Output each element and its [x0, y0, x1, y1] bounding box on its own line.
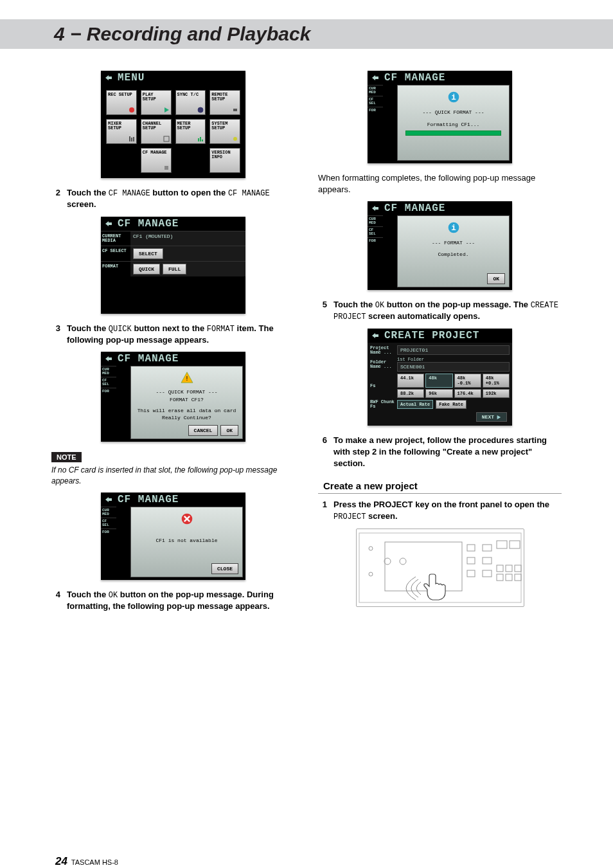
- svg-rect-34: [497, 574, 503, 581]
- menu-remote-setup[interactable]: REMOTE SETUP: [209, 90, 240, 115]
- screenshot-menu: MENU REC SETUP PLAY SETUP SYNC T/C REMOT…: [101, 71, 245, 178]
- warning-icon: !: [135, 372, 238, 386]
- menu-mixer-setup[interactable]: MIXER SETUP: [106, 119, 137, 144]
- menu-rec-setup[interactable]: REC SETUP: [106, 90, 137, 115]
- svg-rect-25: [467, 570, 475, 577]
- section-header: 4 − Recording and Playback: [0, 19, 613, 49]
- bwf-fake[interactable]: Fake Rate: [436, 400, 466, 409]
- screenshot-not-available: CF MANAGE CUR MEDCF SELFOR CF1 is not av…: [101, 493, 245, 580]
- svg-point-20: [369, 572, 373, 576]
- svg-rect-5: [164, 136, 169, 141]
- ok-button[interactable]: OK: [487, 273, 505, 284]
- svg-rect-23: [467, 545, 475, 551]
- svg-point-19: [369, 547, 373, 550]
- screenshot-completed: CF MANAGE CUR MEDCF SELFOR i --- FORMAT …: [368, 201, 512, 290]
- quick-format-popup: ! --- QUICK FORMAT --- FORMAT CF1? This …: [130, 366, 243, 439]
- meter-icon: [197, 136, 204, 142]
- step-6: 6 To make a new project, follow the proc…: [318, 435, 562, 469]
- svg-rect-6: [198, 138, 199, 141]
- left-column: MENU REC SETUP PLAY SETUP SYNC T/C REMOT…: [51, 66, 295, 619]
- svg-text:!: !: [184, 375, 188, 383]
- step-2: 2 Touch the CF MANAGE button to open the…: [51, 187, 295, 210]
- folder-name-field[interactable]: SCENE001: [397, 362, 510, 372]
- channel-icon: [163, 136, 170, 142]
- quick-button[interactable]: QUICK: [133, 264, 160, 275]
- menu-meter-setup[interactable]: METER SETUP: [175, 119, 206, 144]
- svg-rect-4: [133, 137, 134, 141]
- svg-rect-7: [200, 137, 201, 141]
- info-icon: i: [402, 221, 505, 237]
- svg-rect-31: [497, 565, 503, 572]
- error-icon: [135, 512, 238, 528]
- back-icon: [103, 73, 114, 82]
- svg-rect-18: [385, 542, 462, 591]
- next-button[interactable]: NEXT: [476, 412, 507, 422]
- svg-rect-29: [497, 541, 507, 548]
- fs-48k-minus[interactable]: 48k -0.1%: [454, 374, 481, 388]
- cancel-button[interactable]: CANCEL: [188, 425, 218, 436]
- screenshot-cf-manage: CF MANAGE CURRENT MEDIACF1 (MOUNTED) CF …: [101, 217, 245, 314]
- menu-play-setup[interactable]: PLAY SETUP: [141, 90, 172, 115]
- fs-96k[interactable]: 96k: [425, 389, 452, 398]
- menu-version-info[interactable]: VERSION INFO: [209, 148, 240, 173]
- front-panel-illustration: [356, 529, 524, 607]
- after-format-text: When formatting completes, the following…: [318, 172, 562, 195]
- screenshot-create-project: CREATE PROJECT Project Name ...PROJECT01…: [368, 329, 512, 426]
- note-label: NOTE: [51, 452, 82, 462]
- menu-channel-setup[interactable]: CHANNEL SETUP: [141, 119, 172, 144]
- fs-48k[interactable]: 48k: [425, 374, 452, 388]
- step-5: 5 Touch the OK button on the pop-up mess…: [318, 299, 562, 322]
- select-button[interactable]: SELECT: [133, 248, 163, 259]
- svg-rect-10: [164, 166, 168, 170]
- full-button[interactable]: FULL: [163, 264, 186, 275]
- svg-point-22: [400, 558, 406, 565]
- svg-rect-35: [506, 574, 512, 581]
- fs-44-1k[interactable]: 44.1k: [397, 374, 424, 388]
- progress-bar: [405, 131, 501, 136]
- back-icon: [103, 219, 114, 228]
- svg-rect-2: [129, 136, 130, 141]
- close-button[interactable]: CLOSE: [211, 563, 238, 574]
- svg-rect-36: [515, 574, 521, 581]
- not-available-popup: CF1 is not available CLOSE: [130, 507, 243, 577]
- menu-cf-manage[interactable]: CF MANAGE: [141, 148, 172, 173]
- remote-icon: [232, 107, 238, 113]
- back-icon: [370, 204, 380, 213]
- right-column: CF MANAGE CUR MEDCF SELFOR i --- QUICK F…: [318, 66, 562, 619]
- svg-rect-26: [483, 545, 492, 551]
- svg-rect-33: [515, 565, 521, 572]
- svg-rect-28: [483, 570, 492, 577]
- fs-88-2k[interactable]: 88.2k: [397, 389, 424, 398]
- svg-rect-1: [233, 109, 237, 111]
- project-name-field[interactable]: PROJECT01: [397, 345, 510, 355]
- menu-title: MENU: [118, 72, 145, 84]
- back-icon: [370, 73, 380, 82]
- formatting-popup: i --- QUICK FORMAT --- Formatting CF1...: [397, 85, 510, 161]
- fs-48k-plus[interactable]: 48k +0.1%: [483, 374, 510, 388]
- section-title: 4 − Recording and Playback: [54, 23, 310, 45]
- note-text: If no CF card is inserted in that slot, …: [51, 465, 295, 485]
- svg-point-9: [233, 137, 237, 141]
- menu-system-setup[interactable]: SYSTEM SETUP: [209, 119, 240, 144]
- menu-sync-tc[interactable]: SYNC T/C: [175, 90, 206, 115]
- svg-rect-8: [202, 140, 203, 141]
- screenshot-quick-format: CF MANAGE CUR MEDCF SELFOR ! --- QUICK F…: [101, 352, 245, 442]
- back-icon: [370, 331, 380, 340]
- fs-192k[interactable]: 192k: [483, 389, 510, 398]
- svg-rect-24: [467, 557, 475, 564]
- svg-point-0: [129, 107, 134, 113]
- fs-176-4k[interactable]: 176.4k: [454, 389, 481, 398]
- svg-text:i: i: [451, 93, 456, 102]
- svg-rect-30: [510, 541, 520, 548]
- back-icon: [103, 495, 114, 504]
- record-icon: [129, 107, 135, 113]
- bwf-actual[interactable]: Actual Rate: [397, 400, 433, 409]
- gear-icon: [232, 136, 238, 142]
- back-icon: [103, 354, 114, 363]
- page-footer: 24 TASCAM HS-8: [55, 855, 118, 868]
- sync-icon: [197, 107, 204, 113]
- step-1b: 1 Press the PROJECT key on the front pan…: [318, 499, 562, 522]
- ok-button[interactable]: OK: [220, 425, 238, 436]
- subheading-create-project: Create a new project: [318, 480, 562, 494]
- svg-rect-32: [506, 565, 512, 572]
